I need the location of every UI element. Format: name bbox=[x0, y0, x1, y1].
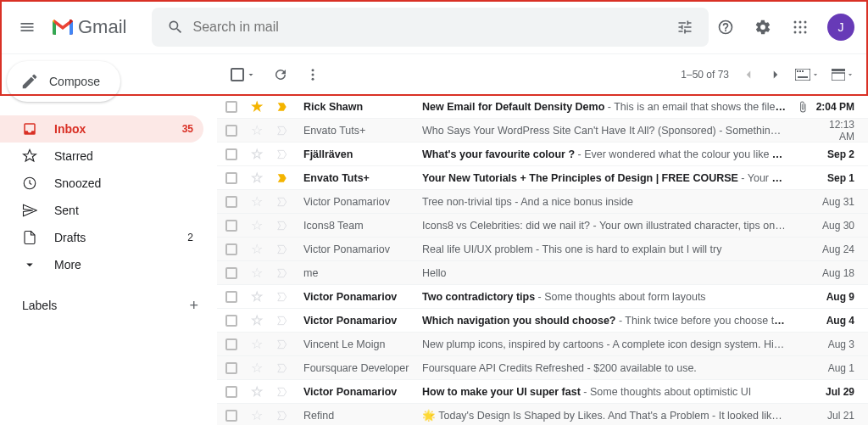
star-icon[interactable]: ☆ bbox=[251, 241, 268, 257]
row-checkbox[interactable] bbox=[225, 125, 242, 137]
email-row[interactable]: ☆FjällrävenWhat's your favourite colour … bbox=[217, 143, 868, 166]
row-checkbox[interactable] bbox=[225, 267, 242, 279]
select-dropdown-icon[interactable] bbox=[246, 70, 256, 80]
important-icon[interactable] bbox=[276, 196, 293, 208]
email-row[interactable]: ☆Vincent Le MoignNew plump icons, inspir… bbox=[217, 333, 868, 356]
row-checkbox[interactable] bbox=[225, 386, 242, 398]
star-icon[interactable]: ☆ bbox=[251, 383, 268, 400]
email-row[interactable]: ☆Foursquare DeveloperFoursquare API Cred… bbox=[217, 356, 868, 380]
row-checkbox[interactable] bbox=[225, 338, 242, 350]
row-checkbox[interactable] bbox=[225, 291, 242, 303]
row-checkbox[interactable] bbox=[225, 315, 242, 327]
important-icon[interactable] bbox=[276, 243, 293, 255]
row-checkbox[interactable] bbox=[225, 172, 242, 184]
sender: Victor Ponamariov bbox=[303, 386, 422, 398]
email-row[interactable]: ☆Icons8 TeamIcons8 vs Celebrities: did w… bbox=[217, 214, 868, 238]
important-icon[interactable] bbox=[276, 410, 293, 422]
search-icon[interactable] bbox=[159, 19, 192, 36]
settings-icon[interactable] bbox=[746, 10, 780, 44]
row-checkbox[interactable] bbox=[225, 243, 242, 255]
subject-snippet: Your New Tutorials + The Principles of D… bbox=[422, 172, 797, 184]
prev-page-icon[interactable] bbox=[741, 67, 756, 82]
important-icon[interactable] bbox=[276, 291, 293, 303]
svg-point-11 bbox=[312, 74, 314, 76]
email-row[interactable]: ☆Envato Tuts+Who Says Your WordPress Sit… bbox=[217, 119, 868, 143]
sidebar-item-inbox[interactable]: Inbox35 bbox=[0, 115, 203, 143]
search-bar[interactable] bbox=[152, 8, 709, 47]
sidebar-item-sent[interactable]: Sent bbox=[0, 197, 203, 224]
row-checkbox[interactable] bbox=[225, 196, 242, 208]
refresh-icon[interactable] bbox=[273, 67, 288, 82]
important-icon[interactable] bbox=[276, 101, 293, 113]
email-row[interactable]: ☆Victor PonamariovHow to make your UI su… bbox=[217, 380, 868, 404]
email-row[interactable]: ☆meHelloAug 18 bbox=[217, 261, 868, 285]
email-row[interactable]: ☆Victor PonamariovWhich navigation you s… bbox=[217, 309, 868, 333]
important-icon[interactable] bbox=[276, 315, 293, 327]
support-icon[interactable] bbox=[709, 10, 743, 44]
split-pane-icon[interactable] bbox=[832, 69, 854, 81]
star-icon[interactable]: ☆ bbox=[251, 407, 268, 423]
star-icon[interactable]: ☆ bbox=[251, 288, 268, 305]
svg-rect-19 bbox=[832, 73, 845, 81]
important-icon[interactable] bbox=[276, 362, 293, 374]
compose-button[interactable]: Compose bbox=[7, 61, 120, 102]
main-menu-button[interactable] bbox=[7, 7, 47, 48]
date: Aug 18 bbox=[812, 267, 854, 279]
star-icon[interactable]: ★ bbox=[251, 98, 268, 115]
star-icon[interactable]: ☆ bbox=[251, 122, 268, 138]
important-icon[interactable] bbox=[276, 125, 293, 137]
important-icon[interactable] bbox=[276, 338, 293, 350]
important-icon[interactable] bbox=[276, 386, 293, 398]
next-page-icon[interactable] bbox=[768, 67, 783, 82]
gmail-logo[interactable]: Gmail bbox=[47, 16, 152, 38]
sidebar-item-more[interactable]: More bbox=[0, 251, 203, 278]
svg-point-1 bbox=[799, 20, 802, 23]
star-icon[interactable]: ☆ bbox=[251, 193, 268, 210]
svg-point-12 bbox=[312, 78, 314, 81]
star-icon[interactable]: ☆ bbox=[251, 217, 268, 233]
sidebar-item-drafts[interactable]: Drafts2 bbox=[0, 224, 203, 251]
email-row[interactable]: ☆Victor PonamariovTree non-trivial tips … bbox=[217, 190, 868, 214]
email-row[interactable]: ☆Envato Tuts+Your New Tutorials + The Pr… bbox=[217, 166, 868, 190]
email-row[interactable]: ☆Refind🌟 Today's Design Is Shaped by Lik… bbox=[217, 404, 868, 425]
add-label-icon[interactable]: + bbox=[189, 297, 198, 315]
sidebar-item-starred[interactable]: Starred bbox=[0, 143, 203, 170]
more-icon[interactable] bbox=[305, 67, 320, 82]
date: Aug 24 bbox=[812, 243, 854, 255]
star-icon[interactable]: ☆ bbox=[251, 170, 268, 186]
input-tools-icon[interactable] bbox=[795, 69, 820, 81]
star-icon[interactable]: ☆ bbox=[251, 265, 268, 281]
star-icon[interactable]: ☆ bbox=[251, 360, 268, 376]
attachment-icon bbox=[797, 101, 812, 113]
sender: Fjällräven bbox=[303, 148, 422, 160]
svg-point-0 bbox=[794, 20, 797, 23]
star-icon[interactable]: ☆ bbox=[251, 146, 268, 162]
row-checkbox[interactable] bbox=[225, 410, 242, 422]
email-row[interactable]: ☆Victor PonamariovReal life UI/UX proble… bbox=[217, 238, 868, 261]
account-avatar[interactable]: J bbox=[827, 14, 854, 41]
sender: Foursquare Developer bbox=[303, 362, 422, 374]
row-checkbox[interactable] bbox=[225, 101, 242, 113]
star-icon[interactable]: ☆ bbox=[251, 312, 268, 328]
row-checkbox[interactable] bbox=[225, 148, 242, 160]
subject-snippet: Two contradictory tips - Some thoughts a… bbox=[422, 291, 797, 303]
star-icon[interactable]: ☆ bbox=[251, 336, 268, 352]
email-row[interactable]: ★Rick ShawnNew Email for Default Density… bbox=[217, 95, 868, 119]
svg-rect-18 bbox=[832, 69, 845, 71]
important-icon[interactable] bbox=[276, 148, 293, 160]
sent-icon bbox=[22, 203, 39, 218]
date: Aug 31 bbox=[812, 196, 854, 208]
select-all-checkbox[interactable] bbox=[231, 68, 244, 81]
important-icon[interactable] bbox=[276, 172, 293, 184]
sidebar-item-snoozed[interactable]: Snoozed bbox=[0, 170, 203, 197]
search-input[interactable] bbox=[192, 20, 668, 35]
row-checkbox[interactable] bbox=[225, 362, 242, 374]
search-options-icon[interactable] bbox=[668, 19, 702, 36]
important-icon[interactable] bbox=[276, 220, 293, 232]
important-icon[interactable] bbox=[276, 267, 293, 279]
svg-point-10 bbox=[312, 69, 314, 71]
sender: Victor Ponamariov bbox=[303, 243, 422, 255]
email-row[interactable]: ☆Victor PonamariovTwo contradictory tips… bbox=[217, 285, 868, 309]
row-checkbox[interactable] bbox=[225, 220, 242, 232]
apps-icon[interactable] bbox=[783, 10, 817, 44]
